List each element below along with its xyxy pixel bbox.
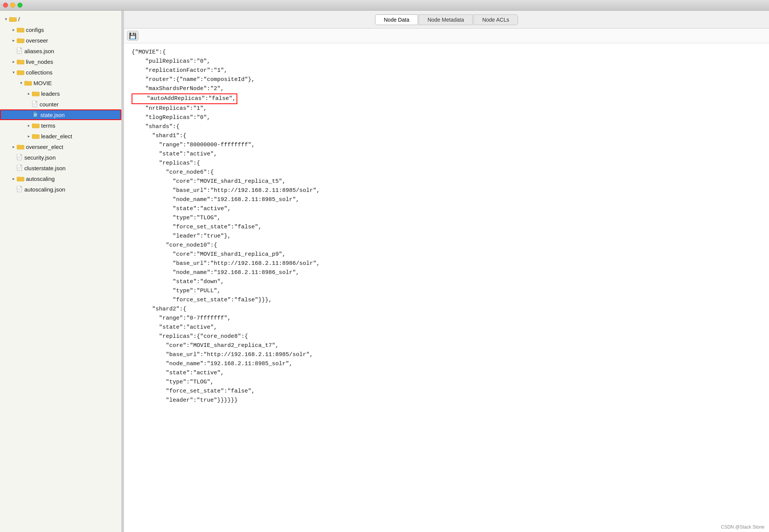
toolbar: 💾 xyxy=(124,28,769,43)
file-icon xyxy=(17,154,23,161)
file-icon xyxy=(17,186,23,193)
sidebar-item-terms[interactable]: ▸ terms xyxy=(0,120,121,131)
chevron-icon: ▸ xyxy=(11,59,17,64)
file-icon xyxy=(17,165,23,171)
json-line: "core":"MOVIE_shard1_replica_p9", xyxy=(132,250,761,259)
json-line: {"MOVIE":{ xyxy=(132,48,761,57)
json-line: "replicationFactor":"1", xyxy=(132,66,761,75)
json-line: "type":"TLOG", xyxy=(132,214,761,223)
json-line: "maxShardsPerNode":"2", xyxy=(132,84,761,93)
app-window: ▾ /▸ configs▸ overseer aliases.json▸ liv… xyxy=(0,0,769,532)
json-line: "core_node10":{ xyxy=(132,241,761,250)
json-line: "autoAddReplicas":"false", xyxy=(132,93,761,104)
json-content: {"MOVIE":{ "pullReplicas":"0", "replicat… xyxy=(124,43,769,532)
highlighted-line: "autoAddReplicas":"false", xyxy=(132,93,237,104)
json-line: "core_node6":{ xyxy=(132,168,761,177)
folder-icon xyxy=(17,69,24,75)
json-line: "replicas":{"core_node8":{ xyxy=(132,332,761,341)
sidebar-item-leader_elect[interactable]: ▸ leader_elect xyxy=(0,131,121,141)
chevron-icon: ▸ xyxy=(11,144,17,149)
folder-icon xyxy=(17,37,24,43)
sidebar-item-label: overseer_elect xyxy=(26,144,63,150)
sidebar-item-label: autoscaling xyxy=(26,176,55,182)
minimize-button[interactable] xyxy=(10,3,15,8)
json-line: "state":"active", xyxy=(132,150,761,159)
json-line: "state":"active", xyxy=(132,323,761,332)
svg-rect-41 xyxy=(17,177,20,178)
json-line: "shard1":{ xyxy=(132,131,761,141)
sidebar-item-overseer[interactable]: ▸ overseer xyxy=(0,35,121,46)
sidebar-item-root[interactable]: ▾ / xyxy=(0,14,121,24)
sidebar-item-label: clusterstate.json xyxy=(24,165,65,171)
svg-rect-1 xyxy=(9,17,13,18)
title-bar xyxy=(0,0,769,11)
sidebar-item-label: overseer xyxy=(26,37,48,44)
json-line: "base_url":"http://192.168.2.11:8986/sol… xyxy=(132,259,761,268)
folder-icon xyxy=(17,144,24,150)
right-panel: Node DataNode MetadataNode ACLs 💾 {"MOVI… xyxy=(124,11,769,532)
json-line: "type":"TLOG", xyxy=(132,378,761,387)
json-line: "base_url":"http://192.168.2.11:8985/sol… xyxy=(132,186,761,195)
close-button[interactable] xyxy=(3,3,8,8)
sidebar-item-label: aliases.json xyxy=(24,48,54,54)
json-line: "tlogReplicas":"0", xyxy=(132,113,761,122)
folder-icon xyxy=(32,122,40,128)
tab-node-data[interactable]: Node Data xyxy=(375,14,418,25)
json-line: "core":"MOVIE_shard1_replica_t5", xyxy=(132,177,761,186)
chevron-icon: ▾ xyxy=(11,70,17,75)
sidebar-item-label: terms xyxy=(41,122,56,129)
tab-node-acls[interactable]: Node ACLs xyxy=(473,14,518,25)
save-button[interactable]: 💾 xyxy=(127,31,138,41)
sidebar-item-movie[interactable]: ▾ MOVIE xyxy=(0,78,121,88)
sidebar-item-label: security.json xyxy=(24,154,56,161)
json-line: "state":"active", xyxy=(132,369,761,378)
json-line: "router":{"name":"compositeId"}, xyxy=(132,75,761,84)
sidebar-item-live_nodes[interactable]: ▸ live_nodes xyxy=(0,56,121,67)
sidebar-item-security-json[interactable]: security.json xyxy=(0,152,121,163)
maximize-button[interactable] xyxy=(17,3,22,8)
json-line: "leader":"true"}}}}}} xyxy=(132,396,761,405)
sidebar-item-autoscaling-json[interactable]: autoscaling.json xyxy=(0,184,121,195)
svg-rect-13 xyxy=(17,70,20,71)
sidebar-item-leaders[interactable]: ▸ leaders xyxy=(0,88,121,99)
svg-rect-27 xyxy=(32,124,35,125)
svg-rect-3 xyxy=(17,28,20,29)
sidebar-item-clusterstate-json[interactable]: clusterstate.json xyxy=(0,163,121,173)
sidebar-item-label: leaders xyxy=(41,90,60,97)
sidebar-item-state-json[interactable]: state.json xyxy=(0,109,121,120)
chevron-icon: ▸ xyxy=(11,38,17,43)
sidebar-item-counter[interactable]: counter xyxy=(0,99,121,109)
json-line: "force_set_state":"false", xyxy=(132,223,761,232)
json-line: "nrtReplicas":"1", xyxy=(132,104,761,113)
traffic-lights xyxy=(3,3,22,8)
json-line: "node_name":"192.168.2.11:8985_solr", xyxy=(132,359,761,369)
sidebar-item-label: leader_elect xyxy=(41,133,72,139)
sidebar-item-autoscaling[interactable]: ▸ autoscaling xyxy=(0,173,121,184)
sidebar-item-label: counter xyxy=(40,101,59,108)
sidebar-item-aliases-json[interactable]: aliases.json xyxy=(0,46,121,56)
chevron-icon: ▸ xyxy=(26,134,32,139)
svg-rect-15 xyxy=(24,81,28,82)
tab-node-metadata[interactable]: Node Metadata xyxy=(419,14,473,25)
svg-rect-5 xyxy=(17,38,20,40)
sidebar-item-label: state.json xyxy=(40,112,65,118)
json-line: "range":"0-7fffffff", xyxy=(132,314,761,323)
json-line: "base_url":"http://192.168.2.11:8985/sol… xyxy=(132,350,761,359)
json-line: "state":"down", xyxy=(132,277,761,287)
json-line: "core":"MOVIE_shard2_replica_t7", xyxy=(132,341,761,350)
sidebar-item-overseer_elect[interactable]: ▸ overseer_elect xyxy=(0,141,121,152)
sidebar-item-collections[interactable]: ▾ collections xyxy=(0,67,121,78)
sidebar-item-label: / xyxy=(18,16,20,22)
folder-icon xyxy=(9,16,17,22)
sidebar-item-label: MOVIE xyxy=(33,80,52,86)
json-line: "force_set_state":"false", xyxy=(132,387,761,396)
chevron-icon: ▸ xyxy=(11,27,17,32)
tab-bar: Node DataNode MetadataNode ACLs xyxy=(124,11,769,28)
svg-rect-31 xyxy=(17,145,20,146)
sidebar: ▾ /▸ configs▸ overseer aliases.json▸ liv… xyxy=(0,11,122,532)
json-line: "pullReplicas":"0", xyxy=(132,57,761,66)
sidebar-item-configs[interactable]: ▸ configs xyxy=(0,24,121,35)
svg-rect-11 xyxy=(17,60,20,61)
folder-icon xyxy=(17,27,24,33)
chevron-icon: ▾ xyxy=(3,17,9,22)
